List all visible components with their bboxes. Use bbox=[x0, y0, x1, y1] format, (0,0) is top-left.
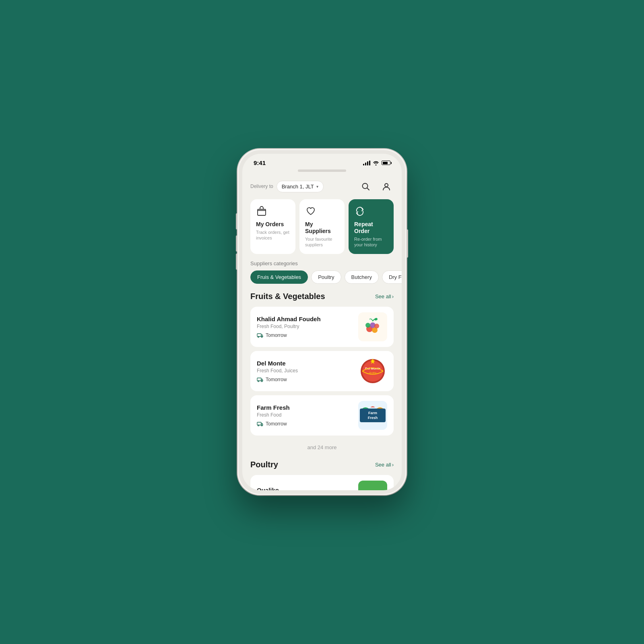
logo-khalid bbox=[358, 312, 387, 341]
supplier-category-farmfresh: Fresh Food bbox=[257, 412, 353, 418]
status-time: 9:41 bbox=[254, 159, 266, 166]
tab-poultry[interactable]: Poultry bbox=[311, 270, 341, 284]
supplier-category-delmonte: Fresh Food, Juices bbox=[257, 368, 353, 374]
fruits-see-all[interactable]: See all › bbox=[375, 293, 394, 299]
supplier-name-qualiko: Qualiko bbox=[257, 487, 353, 490]
header: Delivery to Branch 1, JLT ▾ bbox=[242, 175, 402, 199]
delivery-section: Delivery to Branch 1, JLT ▾ bbox=[250, 181, 324, 192]
my-orders-title: My Orders bbox=[256, 221, 290, 228]
svg-point-24 bbox=[261, 425, 262, 426]
supplier-info-qualiko: Qualiko Poultry bbox=[257, 487, 353, 490]
svg-text:Farm: Farm bbox=[368, 411, 377, 415]
my-suppliers-card[interactable]: My Suppliers Your favourite suppliers bbox=[299, 199, 345, 254]
phone-frame: 9:41 bbox=[237, 149, 407, 495]
truck-icon-farmfresh bbox=[257, 421, 263, 426]
poultry-section: Poultry See all › Qualiko Poultry bbox=[242, 458, 402, 490]
svg-rect-13 bbox=[257, 378, 261, 381]
truck-icon-delmonte bbox=[257, 377, 263, 382]
svg-point-17 bbox=[362, 361, 383, 382]
delivery-label: Delivery to bbox=[250, 184, 273, 189]
logo-farmfresh: Farm Fresh bbox=[358, 401, 387, 430]
delivery-time-delmonte: Tomorrow bbox=[266, 377, 287, 382]
svg-point-12 bbox=[374, 318, 378, 321]
svg-point-15 bbox=[261, 381, 262, 382]
truck-icon-khalid bbox=[257, 333, 263, 338]
svg-point-6 bbox=[261, 336, 262, 338]
delivery-time-khalid: Tomorrow bbox=[266, 332, 287, 338]
supplier-card-qualiko[interactable]: Qualiko Poultry Q bbox=[250, 475, 394, 490]
branch-selector[interactable]: Branch 1, JLT ▾ bbox=[277, 181, 324, 192]
delivery-time-farmfresh: Tomorrow bbox=[266, 421, 287, 427]
delivery-badge-farmfresh: Tomorrow bbox=[257, 421, 353, 427]
search-button[interactable] bbox=[358, 179, 373, 194]
my-suppliers-desc: Your favourite suppliers bbox=[305, 236, 339, 248]
supplier-info-delmonte: Del Monte Fresh Food, Juices bbox=[257, 360, 353, 382]
profile-button[interactable] bbox=[379, 179, 394, 194]
svg-text:Quality: Quality bbox=[369, 372, 377, 374]
signal-bars-icon bbox=[363, 161, 370, 165]
and-more: and 24 more bbox=[242, 440, 402, 458]
scroll-content[interactable]: Delivery to Branch 1, JLT ▾ bbox=[242, 175, 402, 490]
svg-point-5 bbox=[258, 336, 259, 338]
svg-point-2 bbox=[385, 184, 388, 187]
repeat-order-card[interactable]: Repeat Order Re-order from your history bbox=[349, 199, 394, 254]
poultry-see-all[interactable]: See all › bbox=[375, 462, 394, 468]
box-icon bbox=[256, 206, 267, 217]
phone-screen: 9:41 bbox=[242, 154, 402, 490]
supplier-info-khalid: Khalid Ahmad Foudeh Fresh Food, Poultry bbox=[257, 316, 353, 338]
svg-point-10 bbox=[365, 323, 370, 328]
logo-qualiko: Q bbox=[358, 481, 387, 490]
poultry-section-title: Poultry bbox=[250, 460, 278, 469]
wifi-icon bbox=[373, 161, 379, 165]
tab-butchery[interactable]: Butchery bbox=[345, 270, 379, 284]
quick-actions: My Orders Track orders, get invoices My … bbox=[242, 199, 402, 260]
supplier-card-khalid[interactable]: Khalid Ahmad Foudeh Fresh Food, Poultry bbox=[250, 307, 394, 347]
search-icon bbox=[361, 182, 370, 191]
supplier-category-khalid: Fresh Food, Poultry bbox=[257, 324, 353, 329]
supplier-card-farmfresh[interactable]: Farm Fresh Fresh Food bbox=[250, 395, 394, 436]
repeat-order-title: Repeat Order bbox=[354, 221, 388, 235]
my-orders-card[interactable]: My Orders Track orders, get invoices bbox=[250, 199, 295, 254]
poultry-section-header: Poultry See all › bbox=[242, 460, 402, 475]
svg-line-1 bbox=[367, 188, 369, 190]
svg-point-14 bbox=[258, 381, 259, 382]
svg-rect-4 bbox=[257, 334, 261, 336]
svg-point-11 bbox=[374, 324, 379, 328]
svg-text:Fresh: Fresh bbox=[368, 416, 378, 420]
tab-fruits-veg[interactable]: Fruis & Vegetables bbox=[250, 270, 308, 284]
supplier-name-khalid: Khalid Ahmad Foudeh bbox=[257, 316, 353, 322]
status-bar: 9:41 bbox=[242, 154, 402, 169]
svg-point-28 bbox=[365, 487, 381, 490]
logo-delmonte: Del Monte Quality bbox=[358, 357, 387, 386]
battery-icon bbox=[382, 161, 390, 165]
branch-name: Branch 1, JLT bbox=[282, 184, 314, 190]
repeat-icon bbox=[354, 206, 365, 217]
delivery-badge-khalid: Tomorrow bbox=[257, 332, 353, 338]
my-suppliers-title: My Suppliers bbox=[305, 221, 339, 235]
my-orders-desc: Track orders, get invoices bbox=[256, 229, 290, 241]
supplier-name-farmfresh: Farm Fresh bbox=[257, 404, 353, 411]
supplier-info-farmfresh: Farm Fresh Fresh Food bbox=[257, 404, 353, 427]
phone-wrapper: 9:41 bbox=[237, 149, 407, 495]
fruits-section-title: Fruits & Vegetables bbox=[250, 292, 325, 301]
tab-dry-food[interactable]: Dry Food bbox=[382, 270, 402, 284]
supplier-name-delmonte: Del Monte bbox=[257, 360, 353, 367]
category-tabs: Fruis & Vegetables Poultry Butchery Dry … bbox=[242, 270, 402, 292]
repeat-order-desc: Re-order from your history bbox=[354, 236, 388, 248]
supplier-card-delmonte[interactable]: Del Monte Fresh Food, Juices bbox=[250, 351, 394, 391]
fruits-section-header: Fruits & Vegetables See all › bbox=[242, 292, 402, 307]
svg-point-23 bbox=[258, 425, 259, 426]
suppliers-categories-label: Suppliers categories bbox=[242, 260, 402, 270]
status-icons bbox=[363, 161, 390, 165]
delivery-badge-delmonte: Tomorrow bbox=[257, 377, 353, 382]
profile-icon bbox=[382, 182, 391, 191]
notch bbox=[298, 169, 346, 172]
svg-rect-22 bbox=[257, 422, 261, 425]
heart-icon bbox=[305, 206, 316, 217]
header-icons bbox=[358, 179, 394, 194]
chevron-down-icon: ▾ bbox=[316, 184, 318, 189]
